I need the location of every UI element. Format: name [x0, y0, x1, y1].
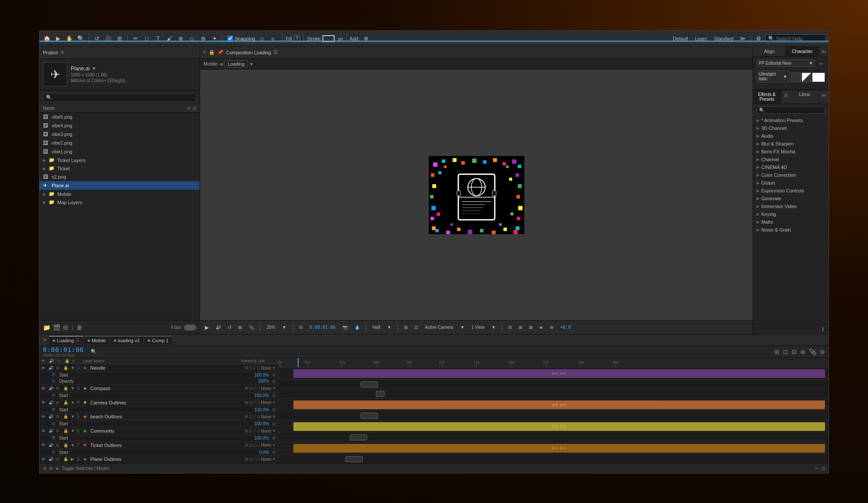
effect-item-expression[interactable]: ▶ Expression Controls [753, 187, 829, 195]
tab-comp1[interactable]: ■ Comp 1 [144, 336, 172, 344]
switch-3[interactable]: ╱ [253, 386, 256, 390]
audio-icon[interactable]: 🔊 [49, 386, 55, 390]
camera-tool[interactable]: 🎥 [103, 34, 113, 43]
vis-icon[interactable]: 👁 [41, 443, 47, 447]
transport-icon-4[interactable]: ⊕ [800, 348, 806, 355]
list-item[interactable]: ▶ 📁 Map Layers [39, 198, 200, 206]
track-bar-compass[interactable]: ✕✕ ✕✕ [293, 400, 825, 409]
effect-item-channel[interactable]: ▶ Channel [753, 156, 829, 163]
solo-icon[interactable]: ⊙ [56, 414, 62, 419]
switch-3[interactable]: ╱ [253, 400, 256, 405]
none-label[interactable]: None [261, 386, 271, 391]
link-expand[interactable]: ▼ [272, 457, 276, 461]
solo-icon[interactable]: ⊙ [56, 457, 62, 461]
audio-icon[interactable]: 🔊 [49, 414, 55, 419]
time-icon[interactable]: ⏱ [52, 436, 58, 440]
breadcrumb-parent[interactable]: Mobile [204, 61, 217, 66]
link-expand[interactable]: ▼ [272, 443, 276, 447]
list-item[interactable]: 🖼 vibe2.png [39, 139, 200, 147]
view-icon3[interactable]: ⊠ [527, 324, 535, 331]
layer-row-needle[interactable]: 👁 🔊 ⊙ 🔒 ▼ 2 ★ Needle ⊞ ⊡ ╱ ◇ None [39, 364, 278, 372]
solo-icon[interactable]: ⊙ [56, 366, 62, 370]
preview-search-icon[interactable]: 🔍 [91, 349, 97, 354]
viewer-audio-icon[interactable]: 🔊 [214, 324, 223, 331]
collapse-arrow[interactable]: ▼ [71, 414, 73, 419]
switch-1[interactable]: ⊞ [245, 414, 248, 419]
timeline-close-icon[interactable]: ✕ [41, 338, 48, 342]
default-btn[interactable]: Default [670, 35, 690, 42]
transport-icon-3[interactable]: ⊟ [792, 348, 797, 355]
list-item[interactable]: ▶ 📁 Ticket Layers [39, 156, 200, 164]
list-item[interactable]: 🖼 vibe3.png [39, 130, 200, 139]
snap-icon-1[interactable]: ⟤ [257, 34, 266, 43]
solo-icon[interactable]: ⊙ [56, 429, 62, 433]
lock-icon[interactable]: 🔒 [63, 429, 69, 433]
search-input[interactable] [776, 36, 824, 41]
viewer-play-icon[interactable]: ▶ [203, 324, 211, 331]
rotate-tool[interactable]: ↺ [92, 34, 102, 43]
breadcrumb-active[interactable]: Loading [224, 60, 247, 67]
viewer-preview-icon[interactable]: ⊠ [236, 324, 244, 331]
collapse-arrow[interactable]: ▼ [71, 443, 73, 447]
comp-close-icon[interactable]: ✕ [203, 50, 206, 55]
fill-button[interactable]: ? [294, 35, 301, 42]
quality-icon[interactable]: ◇ [257, 443, 260, 447]
time-icon[interactable]: ⏱ [52, 422, 58, 426]
list-item[interactable]: 🖼 vibe5.png [39, 113, 200, 121]
transport-icon-6[interactable]: ⊛ [820, 348, 825, 355]
tab-effects-presets[interactable]: Effects & Presets [753, 90, 781, 103]
tab-loading[interactable]: ■ Loading ☰ [49, 336, 83, 344]
lock-icon[interactable]: 🔒 [63, 366, 69, 370]
new-folder-icon[interactable]: 📁 [43, 324, 50, 331]
effect-item-generate[interactable]: ▶ Generate [753, 195, 829, 202]
sub-value[interactable]: 100% [258, 379, 269, 384]
pen-tool[interactable]: ✏ [131, 34, 140, 43]
solo-icon[interactable]: ⊙ [56, 443, 62, 447]
quality-expand[interactable]: ▼ [385, 324, 394, 331]
list-item[interactable]: ▶ 📁 Ticket [39, 164, 200, 172]
layer-row-ticket[interactable]: 👁 🔊 ⊙ 🔒 ▼ 7 ★ Ticket Outlines ⊞ ⊡ ╱ ◇ [39, 441, 278, 449]
layer-row-community[interactable]: 👁 🔊 ⊙ 🔒 ▼ 6 ★ Community ⊞ ⊡ ╱ ◇ None [39, 427, 278, 435]
audio-icon[interactable]: 🔊 [49, 457, 55, 461]
tab-mobile[interactable]: ■ Mobile [84, 336, 109, 344]
effect-item-animation-presets[interactable]: ▶ * Animation Presets [753, 116, 829, 124]
folder-expand-icon[interactable]: ▶ [43, 192, 46, 196]
switch-3[interactable]: ╱ [253, 414, 256, 419]
tab-character[interactable]: Character [786, 46, 819, 56]
transport-icon-5[interactable]: 📎 [809, 348, 816, 355]
effect-item-audio[interactable]: ▶ Audio [753, 132, 829, 140]
puppet-tool[interactable]: ⊛ [198, 34, 208, 43]
delete-icon[interactable]: 🗑 [76, 324, 82, 331]
learn-btn[interactable]: Learn [692, 35, 710, 42]
tab-align[interactable]: Align [753, 46, 786, 56]
clone-tool[interactable]: ⊕ [176, 34, 185, 43]
comp-lock-icon[interactable]: 🔒 [209, 50, 215, 55]
project-dropdown-icon[interactable]: ▼ [91, 66, 96, 72]
effect-item-distort[interactable]: ▶ Distort [753, 179, 829, 187]
timecode-value[interactable]: 0:00:01:06 [43, 346, 84, 353]
layer-row-beach[interactable]: 👁 🔊 ⊙ 🔒 ▼ 5 ★ beach Outlines ⊞ ⊡ ╱ ◇ [39, 413, 278, 421]
hand-tool[interactable]: ✋ [65, 34, 74, 43]
quality-icon[interactable]: ◇ [257, 414, 260, 419]
sub-value[interactable]: 100.0% [254, 393, 269, 398]
vis-icon[interactable]: 👁 [41, 414, 47, 419]
brush-tool[interactable]: 🖌 [164, 34, 174, 43]
font-edit-icon[interactable]: ✏ [817, 59, 825, 69]
solo-icon[interactable]: ⊙ [56, 386, 62, 390]
vis-icon[interactable]: 👁 [41, 386, 47, 391]
graph-icon[interactable]: 〜 [815, 466, 819, 472]
none-label[interactable]: None [261, 400, 271, 405]
swatch-dark[interactable] [791, 73, 801, 82]
playhead[interactable] [298, 358, 299, 367]
effect-item-keying[interactable]: ▶ Keying [753, 210, 829, 218]
time-icon[interactable]: ⏱ [52, 450, 58, 454]
collapse-arrow[interactable]: ▼ [71, 429, 73, 433]
import-icon[interactable]: ↓ [71, 324, 74, 331]
tab-close-icon[interactable]: ☰ [76, 338, 79, 343]
layer-row-plane[interactable]: 👁 🔊 ⊙ 🔒 ▶ 8 ★ Plane Outlines ⊞ ⊡ ╱ ◇ [39, 456, 278, 463]
switch-3[interactable]: ╱ [253, 457, 256, 461]
color-pick-icon[interactable]: 💧 [352, 324, 362, 331]
effect-item-immersive[interactable]: ▶ Immersive Video [753, 202, 829, 210]
new-solid-icon[interactable]: ⊞ [63, 324, 68, 331]
switch-2[interactable]: ⊡ [249, 400, 253, 405]
